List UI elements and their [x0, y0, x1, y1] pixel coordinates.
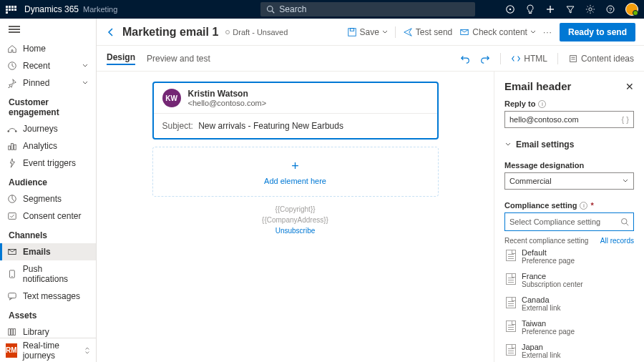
document-icon	[506, 273, 516, 285]
test-send-button[interactable]: Test send	[403, 27, 452, 37]
nav-text[interactable]: Text messages	[0, 288, 96, 305]
help-icon[interactable]: ?	[605, 4, 615, 14]
unsubscribe-link[interactable]: Unsubscribe	[152, 225, 439, 236]
document-icon	[506, 344, 516, 356]
chevron-down-icon	[622, 177, 629, 185]
ready-to-send-button[interactable]: Ready to send	[560, 23, 635, 41]
reply-to-value: hello@contoso.com	[509, 115, 579, 124]
svg-point-7	[589, 8, 592, 11]
add-icon[interactable]	[545, 4, 555, 14]
info-icon[interactable]: i	[538, 100, 546, 108]
compliance-option[interactable]: TaiwanPreference page	[504, 315, 634, 339]
option-title: Canada	[522, 295, 560, 304]
msg-designation-select[interactable]: Commercial	[504, 172, 634, 190]
option-title: Japan	[522, 343, 560, 351]
svg-line-33	[626, 223, 628, 225]
chevron-down-icon	[504, 141, 512, 148]
user-avatar[interactable]	[625, 3, 638, 16]
svg-rect-27	[350, 28, 353, 31]
nav-label: Consent center	[23, 211, 81, 221]
html-button[interactable]: HTML	[511, 54, 547, 64]
email-header-card[interactable]: KW Kristin Watson <hello@contoso.com> Su…	[152, 82, 439, 140]
nav-analytics[interactable]: Analytics	[0, 137, 96, 155]
copyright-token: {{Copyright}}	[152, 204, 439, 215]
close-icon[interactable]: ✕	[625, 81, 634, 92]
area-switcher[interactable]: RM Real-time journeys	[0, 338, 96, 362]
nav-push[interactable]: Push notifications	[0, 260, 96, 288]
nav-label: Text messages	[23, 291, 80, 301]
nav-recent[interactable]: Recent	[0, 57, 96, 74]
nav-label: Push notifications	[23, 264, 89, 284]
back-icon[interactable]	[105, 26, 117, 38]
email-subject[interactable]: Subject: New arrivals - Featuring New Ea…	[154, 114, 437, 138]
tab-preview[interactable]: Preview and test	[147, 54, 210, 64]
tab-design[interactable]: Design	[107, 52, 135, 65]
compliance-option[interactable]: JapanExternal link	[504, 339, 634, 362]
save-label: Save	[360, 27, 379, 37]
svg-rect-23	[11, 329, 13, 336]
check-icon	[459, 27, 469, 37]
dropzone-label: Add element here	[264, 177, 326, 185]
all-records-link[interactable]: All records	[600, 237, 634, 245]
content-ideas-button[interactable]: Content ideas	[568, 54, 634, 64]
nav-label: Home	[23, 44, 46, 54]
nav-home[interactable]: Home	[0, 40, 96, 57]
sidebar-toggle[interactable]	[0, 19, 96, 40]
nav-label: Segments	[23, 194, 62, 204]
command-bar: Marketing email 1 Draft - Unsaved Save T…	[97, 19, 644, 46]
settings-icon[interactable]	[585, 4, 595, 14]
status-dot	[225, 30, 230, 34]
option-title: Default	[522, 248, 575, 257]
save-button[interactable]: Save	[347, 27, 388, 37]
compliance-lookup[interactable]: Select Compliance setting	[504, 212, 634, 231]
brand-module: Marketing	[83, 5, 117, 14]
compliance-option[interactable]: FranceSubscription center	[504, 268, 634, 292]
app-bar: Dynamics 365 Marketing Search ?	[0, 0, 644, 19]
section-customer-engagement: Customer engagement	[0, 92, 96, 120]
check-content-button[interactable]: Check content	[459, 27, 536, 37]
add-element-dropzone[interactable]: + Add element here	[152, 147, 439, 197]
svg-point-3	[509, 9, 512, 11]
push-icon	[7, 269, 17, 279]
svg-point-0	[268, 6, 273, 12]
analytics-icon	[7, 141, 17, 151]
home-icon	[7, 44, 17, 54]
reply-to-field[interactable]: hello@contoso.com { }	[504, 111, 634, 128]
svg-rect-29	[570, 55, 577, 62]
nav-segments[interactable]: Segments	[0, 190, 96, 207]
compliance-option[interactable]: DefaultPreference page	[504, 245, 634, 268]
ideas-icon	[568, 54, 578, 64]
assistant-icon[interactable]	[505, 4, 515, 14]
personalize-icon[interactable]: { }	[622, 115, 629, 124]
nav-consent-center[interactable]: Consent center	[0, 207, 96, 225]
main-area: Marketing email 1 Draft - Unsaved Save T…	[97, 19, 644, 362]
nav-journeys[interactable]: Journeys	[0, 120, 96, 137]
subject-label: Subject:	[162, 121, 193, 131]
svg-point-32	[622, 219, 628, 225]
nav-label: Recent	[23, 61, 50, 71]
nav-emails[interactable]: Emails	[0, 243, 96, 260]
email-settings-toggle[interactable]: Email settings	[504, 140, 634, 150]
nav-label: Event triggers	[23, 158, 76, 168]
global-search[interactable]: Search	[260, 2, 475, 16]
overflow-menu[interactable]: ···	[543, 27, 552, 37]
info-icon[interactable]: i	[580, 202, 587, 210]
journey-icon	[7, 124, 17, 134]
nav-label: Library	[23, 327, 49, 337]
app-launcher-icon[interactable]	[6, 6, 19, 14]
sender-address: <hello@contoso.com>	[188, 99, 267, 107]
undo-button[interactable]	[460, 54, 470, 64]
compliance-placeholder: Select Compliance setting	[509, 217, 600, 226]
redo-button[interactable]	[480, 54, 490, 64]
lightbulb-icon[interactable]	[525, 4, 535, 14]
area-badge: RM	[6, 343, 17, 358]
segments-icon	[7, 194, 17, 204]
nav-pinned[interactable]: Pinned	[0, 74, 96, 92]
compliance-option[interactable]: CanadaExternal link	[504, 292, 634, 315]
filter-icon[interactable]	[565, 4, 575, 14]
nav-event-triggers[interactable]: Event triggers	[0, 155, 96, 172]
option-subtitle: External link	[522, 304, 560, 312]
document-icon	[506, 250, 516, 261]
svg-rect-26	[348, 28, 356, 36]
svg-line-1	[273, 11, 275, 13]
